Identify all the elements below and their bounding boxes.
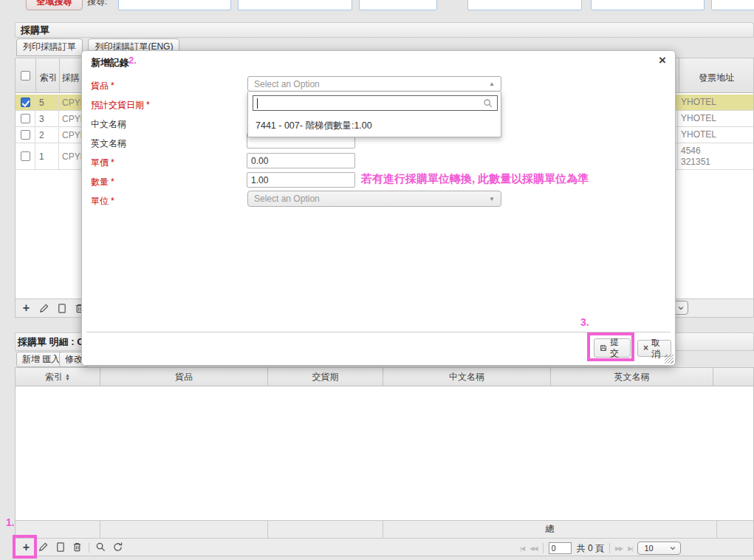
search-icon[interactable]: [95, 542, 106, 553]
product-select[interactable]: Select an Option ▲: [247, 76, 501, 92]
sort-icon[interactable]: ▲▼: [65, 373, 69, 380]
chevron-down-icon: ▼: [489, 196, 495, 202]
search-label: 搜尋:: [87, 0, 107, 8]
resize-handle[interactable]: [665, 355, 674, 363]
unit-price-label: 單價*: [91, 157, 114, 169]
row-checkbox[interactable]: [21, 151, 30, 161]
cell-invoice-address: YHOTEL: [677, 127, 753, 143]
cell-invoice-address: YHOTEL: [677, 111, 753, 126]
annotation-box-add: [13, 535, 37, 559]
delivery-date-label: 預計交貨日期*: [91, 99, 150, 112]
product-label: 貨品*: [91, 80, 114, 92]
edit-icon[interactable]: [38, 542, 49, 553]
close-icon[interactable]: ×: [659, 54, 666, 66]
copy-icon[interactable]: [55, 542, 66, 553]
row-checkbox[interactable]: [21, 130, 30, 140]
annotation-step-3: 3.: [580, 316, 589, 328]
pager: |◀ ◀◀ 共 0 頁 ▶▶ ▶| 10: [520, 542, 681, 555]
col-cn-name-header[interactable]: 中文名稱: [383, 368, 551, 386]
annotation-step-2: 2.: [128, 55, 137, 66]
detail-panel-title: 採購單 明細 : C: [18, 335, 84, 349]
search-input[interactable]: [711, 0, 754, 10]
unit-price-field[interactable]: [247, 153, 355, 168]
global-search-button[interactable]: 全域搜尋: [26, 0, 83, 10]
detail-table-header: 索引 ▲▼ 貨品 交貨期 中文名稱 英文名稱: [16, 368, 753, 386]
col-delivery-header[interactable]: 交貨期: [268, 368, 383, 386]
quantity-label: 數量*: [91, 176, 114, 188]
total-label: 總: [546, 523, 555, 536]
search-input[interactable]: [238, 0, 352, 10]
quantity-note: 若有進行採購單位轉換, 此數量以採購單位為準: [361, 172, 589, 186]
po-panel-title: 採購單: [21, 24, 49, 37]
search-input[interactable]: [118, 0, 231, 10]
cancel-x-icon: ×: [643, 343, 648, 354]
next-page-icon[interactable]: ▶▶: [615, 545, 623, 552]
chevron-up-icon: ▲: [489, 81, 495, 87]
search-input[interactable]: [467, 0, 582, 10]
last-page-icon[interactable]: ▶|: [628, 545, 632, 552]
top-search-toolbar: 全域搜尋 搜尋:: [0, 0, 754, 11]
prev-page-icon[interactable]: ◀◀: [529, 545, 537, 552]
tab-print-po[interactable]: 列印採購訂單: [16, 38, 83, 56]
total-row: 總: [16, 520, 753, 538]
cell-invoice-address: 4546 321351: [677, 143, 753, 169]
col-index-header[interactable]: 索引 ▲▼: [16, 368, 100, 386]
detail-table: 索引 ▲▼ 貨品 交貨期 中文名稱 英文名稱 總 + |◀: [15, 367, 754, 556]
cell-index: 1: [35, 143, 59, 169]
col-product-header[interactable]: 貨品: [100, 368, 268, 386]
detail-table-toolbar: + |◀ ◀◀ 共 0 頁 ▶▶ ▶| 10: [16, 538, 753, 556]
annotation-step-1: 1.: [6, 516, 15, 528]
col-invoice-address-header[interactable]: 發票地址: [679, 72, 754, 84]
dropdown-search-input[interactable]: [253, 95, 498, 111]
search-input[interactable]: [359, 0, 437, 10]
cell-invoice-address: YHOTEL: [677, 95, 753, 110]
app-screen: 全域搜尋 搜尋: 採購單 列印採購訂單 列印採購訂單(ENG) 索引 採購 發票…: [0, 0, 754, 560]
delete-icon[interactable]: [72, 542, 83, 553]
select-all-checkbox[interactable]: [21, 71, 30, 81]
english-name-label: 英文名稱: [91, 137, 126, 150]
page-size-select[interactable]: 10: [637, 542, 681, 555]
cell-index: 2: [35, 127, 59, 143]
po-panel-header: 採購單: [15, 22, 754, 38]
row-checkbox[interactable]: [21, 114, 30, 123]
search-input[interactable]: [591, 0, 705, 10]
chevron-down-icon: [669, 544, 676, 552]
col-po-header[interactable]: 採購: [62, 72, 80, 84]
unit-select[interactable]: Select an Option ▼: [247, 191, 501, 207]
text-caret: [257, 98, 258, 109]
search-icon: [483, 98, 493, 109]
cell-index: 5: [35, 95, 59, 110]
cell-index: 3: [35, 111, 59, 126]
copy-icon[interactable]: [56, 303, 67, 314]
chinese-name-label: 中文名稱: [91, 118, 126, 131]
page-number-input[interactable]: [549, 542, 572, 554]
dialog-footer-divider: [86, 332, 671, 332]
row-checkbox[interactable]: [21, 98, 30, 107]
first-page-icon[interactable]: |◀: [520, 545, 524, 552]
unit-label: 單位*: [91, 195, 114, 208]
add-icon[interactable]: +: [21, 301, 32, 315]
dropdown-option[interactable]: 7441 - 007- 階梯價數量:1.00: [256, 120, 372, 132]
annotation-box-submit: [587, 332, 634, 361]
chevron-down-icon: [677, 304, 685, 312]
edit-icon[interactable]: [38, 303, 49, 314]
col-index-header[interactable]: 索引: [40, 72, 58, 84]
col-en-name-header[interactable]: 英文名稱: [551, 368, 713, 386]
refresh-icon[interactable]: [112, 542, 123, 553]
dialog-title: 新增記錄: [91, 56, 129, 69]
product-dropdown-panel: 7441 - 007- 階梯價數量:1.00: [247, 92, 501, 137]
quantity-field[interactable]: [247, 172, 355, 188]
total-pages-label: 共 0 頁: [577, 542, 604, 555]
